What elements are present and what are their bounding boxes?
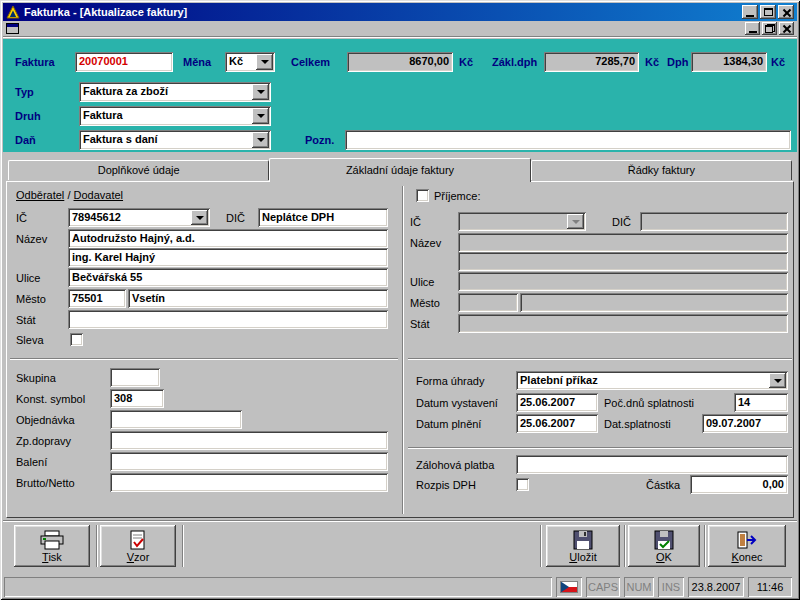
ic-dropdown-button[interactable] — [191, 210, 208, 225]
tisk-button[interactable]: Tisk — [14, 525, 90, 567]
button-separator — [624, 525, 626, 567]
vzor-button[interactable]: Vzor — [100, 525, 176, 567]
rozpis-dph-label: Rozpis DPH — [416, 479, 476, 491]
brutto-netto-field[interactable] — [110, 473, 388, 492]
objednavka-field[interactable] — [110, 410, 242, 429]
tab-zakladni-udaje-faktury[interactable]: Základní údaje faktury — [269, 158, 530, 182]
mdi-system-menu-icon[interactable] — [6, 23, 19, 34]
minimize-icon — [746, 15, 754, 17]
recipient-ic-dropdown-button — [567, 214, 584, 229]
statusbar-flag-panel — [556, 577, 582, 597]
vat-base-unit: Kč — [645, 56, 659, 68]
mdi-restore-button[interactable] — [762, 22, 777, 35]
total-label: Celkem — [291, 56, 330, 68]
title-bar: Fakturka - [Aktualizace faktury] — [3, 3, 797, 21]
close-button[interactable] — [778, 5, 794, 19]
objednavka-label: Objednávka — [16, 414, 75, 426]
tax-dropdown-button[interactable] — [252, 132, 269, 148]
poc-dnu-field[interactable]: 14 — [734, 393, 788, 412]
datum-vystaveni-label: Datum vystavení — [416, 397, 498, 409]
tab-doplnkove-udaje[interactable]: Doplňkové údaje — [8, 160, 269, 180]
ins-indicator: INS — [658, 577, 684, 597]
currency-dropdown-button[interactable] — [256, 54, 273, 70]
chevron-down-icon — [261, 60, 269, 64]
chevron-down-icon — [257, 138, 265, 142]
vat-label: Dph — [667, 56, 688, 68]
ulozit-button-label: Uložit — [569, 551, 597, 563]
recipient-ic-label: IČ — [410, 216, 421, 228]
psc-field[interactable]: 75501 — [68, 289, 126, 308]
mesto-label: Město — [16, 293, 46, 305]
kind-value: Faktura — [79, 106, 250, 126]
mdi-minimize-button[interactable] — [745, 22, 760, 35]
recipient-nazev-field-2 — [458, 252, 788, 271]
type-dropdown-button[interactable] — [252, 84, 269, 100]
datum-plneni-field[interactable]: 25.06.2007 — [516, 414, 598, 433]
forma-uhrady-value: Platební příkaz — [516, 371, 767, 390]
currency-combo[interactable]: Kč — [225, 52, 275, 72]
app-logo-icon — [6, 5, 20, 19]
odberatel-link[interactable]: Odběratel — [16, 189, 64, 201]
ulice-field[interactable]: Bečvářská 55 — [68, 268, 388, 287]
right-horizontal-divider — [408, 358, 792, 360]
recipient-dic-field — [640, 212, 788, 231]
zalohova-platba-field[interactable] — [516, 455, 788, 474]
forma-uhrady-dropdown-button[interactable] — [769, 373, 786, 388]
zp-dopravy-field[interactable] — [110, 431, 388, 450]
type-value: Faktura za zboží — [79, 82, 250, 102]
forma-uhrady-combo[interactable]: Platební příkaz — [516, 371, 788, 390]
button-separator — [96, 525, 98, 567]
nazev-field-2[interactable]: ing. Karel Hajný — [68, 248, 388, 267]
minimize-button[interactable] — [742, 5, 758, 19]
note-label: Pozn. — [305, 134, 334, 146]
ic-combo[interactable]: 78945612 — [68, 208, 210, 227]
skupina-field[interactable] — [110, 368, 160, 387]
ulozit-button[interactable]: Uložit — [546, 525, 620, 567]
rozpis-dph-checkbox[interactable] — [516, 478, 529, 491]
left-horizontal-divider — [10, 358, 398, 360]
recipient-nazev-field-1 — [458, 233, 788, 252]
ulice-label: Ulice — [16, 272, 40, 284]
mdi-restore-icon — [765, 24, 775, 33]
maximize-button[interactable] — [760, 5, 776, 19]
vertical-divider — [402, 186, 404, 514]
mdi-menu-bar — [3, 21, 797, 37]
dodavatel-link[interactable]: Dodavatel — [74, 189, 124, 201]
prijemce-checkbox[interactable] — [416, 189, 429, 202]
baleni-field[interactable] — [110, 452, 388, 471]
type-combo[interactable]: Faktura za zboží — [79, 82, 271, 102]
konst-symbol-field[interactable]: 308 — [110, 389, 164, 408]
recipient-dic-label: DIČ — [612, 216, 631, 228]
tax-combo[interactable]: Faktura s daní — [79, 130, 271, 150]
forma-uhrady-label: Forma úhrady — [416, 375, 484, 387]
kind-dropdown-button[interactable] — [252, 108, 269, 124]
ok-button[interactable]: OK — [628, 525, 700, 567]
castka-label: Částka — [646, 479, 680, 491]
castka-field[interactable]: 0,00 — [690, 475, 788, 494]
recipient-stat-label: Stát — [410, 318, 430, 330]
tab-radky-faktury[interactable]: Řádky faktury — [531, 160, 792, 180]
brutto-netto-label: Brutto/Netto — [16, 477, 75, 489]
ic-label: IČ — [16, 212, 27, 224]
dat-splatnosti-label: Dat.splatnosti — [604, 418, 671, 430]
recipient-ulice-label: Ulice — [410, 276, 434, 288]
vzor-button-label: Vzor — [127, 551, 150, 563]
mdi-close-button[interactable] — [779, 22, 794, 35]
note-field[interactable] — [345, 130, 791, 150]
dic-field[interactable]: Neplátce DPH — [258, 208, 388, 227]
invoice-number-label: Faktura — [15, 56, 55, 68]
nazev-field-1[interactable]: Autodružsto Hajný, a.d. — [68, 229, 388, 248]
kind-combo[interactable]: Faktura — [79, 106, 271, 126]
konec-button-label: Konec — [731, 551, 762, 563]
invoice-number-field[interactable]: 20070001 — [75, 52, 173, 72]
dat-splatnosti-field[interactable]: 09.07.2007 — [702, 414, 788, 433]
stat-field[interactable] — [68, 310, 388, 329]
tax-label: Daň — [15, 134, 36, 146]
datum-vystaveni-field[interactable]: 25.06.2007 — [516, 393, 598, 412]
total-unit: Kč — [459, 56, 473, 68]
konec-button[interactable]: Konec — [708, 525, 786, 567]
sleva-checkbox[interactable] — [70, 333, 83, 346]
mesto-field[interactable]: Vsetín — [128, 289, 388, 308]
caps-indicator: CAPS — [586, 577, 620, 597]
baleni-label: Balení — [16, 456, 47, 468]
